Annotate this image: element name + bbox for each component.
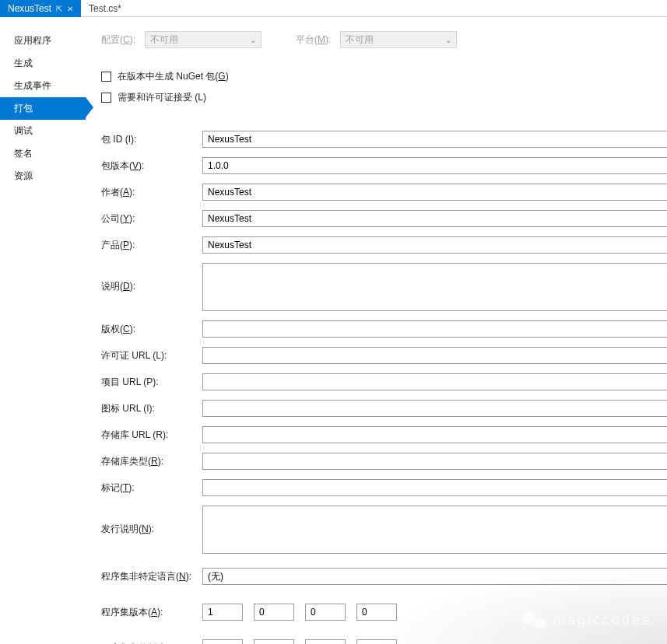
platform-label: 平台(M): [296,33,331,47]
input-neutral-lang[interactable] [202,568,667,585]
row-tags: 标记(T): [101,479,667,496]
label-author: 作者(A): [101,186,202,199]
input-company[interactable] [202,210,667,227]
file-version-group [202,639,397,644]
label-repo-url: 存储库 URL (R): [101,429,202,442]
label-copyright: 版权(C): [101,323,202,336]
input-package-version[interactable] [202,157,667,174]
row-license-url: 许可证 URL (L): [101,347,667,364]
input-assembly-version-minor[interactable] [254,604,294,621]
sidebar-item-build[interactable]: 生成 [0,52,86,75]
tab-nexustest[interactable]: NexusTest ⇱ ✕ [0,0,81,17]
row-company: 公司(Y): [101,210,667,227]
chevron-down-icon: ⌄ [445,36,451,44]
assembly-version-group [202,604,397,621]
label-project-url: 项目 URL (P): [101,376,202,389]
tab-label: NexusTest [8,3,51,14]
row-package-id: 包 ID (I): [101,131,667,148]
input-assembly-version-build[interactable] [305,604,346,621]
row-repo-url: 存储库 URL (R): [101,426,667,443]
row-release-notes: 发行说明(N): [101,506,667,554]
tab-label: Test.cs* [89,3,121,14]
row-icon-url: 图标 URL (I): [101,400,667,417]
input-assembly-version-major[interactable] [202,604,243,621]
label-assembly-version: 程序集版本(A): [101,606,202,619]
tab-testcs[interactable]: Test.cs* [81,0,129,17]
row-file-version: 程序集文件版本(F): [101,639,667,644]
close-icon[interactable]: ✕ [67,5,73,13]
checkbox-generate-nuget[interactable] [101,72,111,82]
label-icon-url: 图标 URL (I): [101,402,202,415]
sidebar-item-debug[interactable]: 调试 [0,120,86,142]
input-description[interactable] [202,263,667,311]
config-label: 配置(C): [101,33,135,47]
row-neutral-lang: 程序集非特定语言(N): [101,568,667,585]
label-package-id: 包 ID (I): [101,133,202,146]
checkbox-require-license[interactable] [101,93,111,103]
label-license-url: 许可证 URL (L): [101,349,202,362]
row-repo-type: 存储库类型(R): [101,453,667,470]
input-repo-url[interactable] [202,426,667,443]
input-license-url[interactable] [202,347,667,364]
row-copyright: 版权(C): [101,320,667,338]
input-release-notes[interactable] [202,506,667,554]
main-area: 应用程序 生成 生成事件 打包 调试 签名 资源 配置(C): 不可用 ⌄ 平台… [0,17,667,644]
pin-icon[interactable]: ⇱ [56,5,62,13]
sidebar-item-resources[interactable]: 资源 [0,165,86,187]
input-repo-type[interactable] [202,453,667,470]
config-platform-row: 配置(C): 不可用 ⌄ 平台(M): 不可用 ⌄ [101,31,667,48]
content-panel: 配置(C): 不可用 ⌄ 平台(M): 不可用 ⌄ 在版本中生成 NuGet 包… [86,17,667,644]
label-package-version: 包版本(V): [101,159,202,173]
sidebar-item-app[interactable]: 应用程序 [0,30,86,52]
label-file-version: 程序集文件版本(F): [101,642,202,645]
input-assembly-version-rev[interactable] [356,604,397,621]
label-company: 公司(Y): [101,212,202,226]
checkbox-require-license-row: 需要和许可证接受 (L) [101,91,667,104]
row-author: 作者(A): [101,184,667,201]
row-project-url: 项目 URL (P): [101,373,667,390]
input-file-version-major[interactable] [202,639,243,644]
row-assembly-version: 程序集版本(A): [101,604,667,621]
checkbox-require-license-label: 需要和许可证接受 (L) [118,91,206,104]
label-tags: 标记(T): [101,481,202,495]
input-file-version-build[interactable] [305,639,346,644]
checkbox-generate-nuget-label: 在版本中生成 NuGet 包(G) [118,70,229,83]
checkbox-generate-nuget-row: 在版本中生成 NuGet 包(G) [101,70,667,83]
input-copyright[interactable] [202,320,667,338]
sidebar-item-build-events[interactable]: 生成事件 [0,75,86,97]
row-product: 产品(P): [101,236,667,254]
label-product: 产品(P): [101,239,202,252]
row-description: 说明(D): [101,263,667,311]
platform-dropdown: 不可用 ⌄ [340,31,457,48]
tabs-bar: NexusTest ⇱ ✕ Test.cs* [0,0,667,17]
input-file-version-rev[interactable] [356,639,397,644]
label-repo-type: 存储库类型(R): [101,455,202,468]
config-dropdown: 不可用 ⌄ [145,31,262,48]
input-product[interactable] [202,236,667,254]
input-package-id[interactable] [202,131,667,148]
input-file-version-minor[interactable] [254,639,294,644]
sidebar-item-signing[interactable]: 签名 [0,142,86,165]
label-description: 说明(D): [101,263,202,293]
label-release-notes: 发行说明(N): [101,506,202,536]
input-tags[interactable] [202,479,667,496]
input-icon-url[interactable] [202,400,667,417]
chevron-down-icon: ⌄ [250,36,256,44]
sidebar: 应用程序 生成 生成事件 打包 调试 签名 资源 [0,17,86,644]
row-package-version: 包版本(V): [101,157,667,174]
input-project-url[interactable] [202,373,667,390]
sidebar-item-package[interactable]: 打包 [0,97,86,120]
label-neutral-lang: 程序集非特定语言(N): [101,570,202,583]
input-author[interactable] [202,184,667,201]
